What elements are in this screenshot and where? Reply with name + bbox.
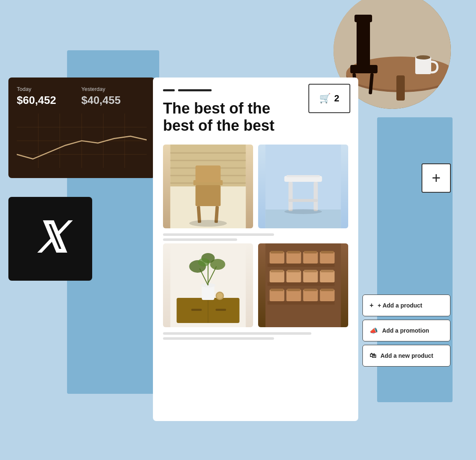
svg-rect-75 — [287, 289, 300, 291]
svg-rect-58 — [270, 252, 285, 264]
svg-rect-45 — [216, 309, 226, 311]
x-logo: 𝕏 — [34, 218, 67, 260]
product-grid-bottom — [163, 243, 348, 327]
plus-icon: + — [432, 169, 440, 187]
svg-point-54 — [198, 258, 210, 266]
cart-badge[interactable]: 🛒 2 — [308, 84, 350, 113]
svg-rect-29 — [196, 165, 221, 182]
today-value: $60,452 — [17, 94, 56, 107]
svg-rect-84 — [321, 289, 334, 291]
product-grid-top — [163, 145, 348, 228]
svg-rect-65 — [321, 251, 334, 253]
yesterday-value: $40,455 — [81, 94, 121, 107]
svg-point-56 — [217, 293, 223, 299]
svg-rect-6 — [357, 17, 370, 67]
text-line-4 — [163, 337, 274, 340]
x-logo-card: 𝕏 — [8, 197, 92, 281]
svg-rect-79 — [303, 289, 318, 301]
main-content-card: The best of thebest of the best — [153, 78, 358, 421]
text-line-3 — [163, 332, 311, 335]
svg-rect-62 — [303, 252, 318, 264]
svg-rect-66 — [270, 271, 285, 282]
svg-point-32 — [189, 220, 227, 227]
bag-icon: 🛍 — [370, 352, 376, 359]
svg-rect-8 — [350, 65, 378, 73]
cart-icon: 🛒 — [319, 93, 331, 104]
add-promotion-label: Add a promotion — [382, 327, 429, 334]
add-new-product-button[interactable]: 🛍 Add a new product — [362, 345, 450, 367]
text-line-1 — [163, 233, 274, 236]
svg-rect-81 — [320, 271, 335, 282]
svg-rect-61 — [287, 251, 300, 253]
svg-rect-64 — [320, 252, 335, 264]
analytics-card: Today $60,452 Yesterday $40,455 — [8, 78, 155, 178]
add-product-label: + Add a product — [378, 302, 422, 309]
add-plus-button[interactable]: + — [422, 163, 451, 193]
yesterday-label: Yesterday — [81, 86, 121, 92]
cart-count: 2 — [334, 93, 339, 104]
svg-rect-44 — [191, 309, 202, 311]
svg-rect-46 — [202, 285, 215, 300]
svg-rect-83 — [320, 289, 335, 301]
product-cell-plant — [163, 243, 253, 327]
add-product-button[interactable]: + + Add a product — [362, 295, 450, 316]
action-buttons-panel: + + Add a product 📣 Add a promotion 🛍 Ad… — [362, 295, 450, 367]
add-promotion-button[interactable]: 📣 Add a promotion — [362, 320, 450, 341]
menu-line-1 — [163, 89, 175, 91]
svg-rect-71 — [304, 270, 317, 272]
text-line-2 — [163, 238, 237, 241]
today-label: Today — [17, 86, 56, 92]
svg-rect-38 — [289, 199, 318, 202]
product-text-lines-2 — [163, 332, 348, 340]
svg-rect-76 — [268, 264, 335, 267]
product-cell-wood-chairs — [258, 243, 348, 327]
svg-rect-7 — [354, 15, 372, 22]
add-product-icon: + — [370, 302, 373, 309]
svg-rect-72 — [270, 289, 285, 301]
product-text-lines-1 — [163, 233, 348, 241]
svg-rect-77 — [268, 282, 335, 286]
svg-rect-67 — [271, 270, 284, 272]
svg-point-5 — [416, 55, 430, 59]
svg-rect-36 — [289, 182, 293, 211]
svg-rect-82 — [321, 270, 334, 272]
svg-rect-74 — [287, 289, 301, 301]
menu-line-2 — [178, 89, 212, 91]
svg-rect-73 — [271, 289, 284, 291]
analytics-chart — [17, 114, 147, 168]
add-new-product-label: Add a new product — [380, 352, 433, 359]
product-cell-chair — [163, 145, 253, 228]
product-cell-stool — [258, 145, 348, 228]
svg-rect-3 — [396, 75, 405, 101]
svg-rect-59 — [271, 251, 284, 253]
svg-rect-69 — [287, 270, 300, 272]
svg-point-40 — [285, 209, 322, 214]
svg-rect-70 — [303, 271, 318, 282]
svg-rect-68 — [287, 271, 301, 282]
svg-rect-63 — [304, 251, 317, 253]
svg-rect-78 — [268, 301, 335, 305]
svg-rect-39 — [287, 175, 320, 177]
megaphone-icon: 📣 — [370, 327, 378, 335]
svg-rect-28 — [196, 185, 221, 206]
svg-rect-60 — [287, 252, 301, 264]
svg-rect-37 — [314, 182, 318, 211]
svg-rect-80 — [304, 289, 317, 291]
